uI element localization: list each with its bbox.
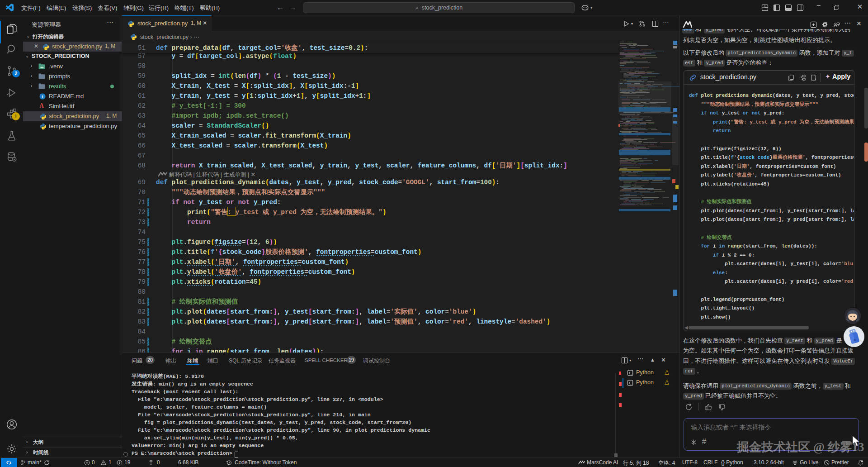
svg-text:i: i — [42, 94, 43, 99]
